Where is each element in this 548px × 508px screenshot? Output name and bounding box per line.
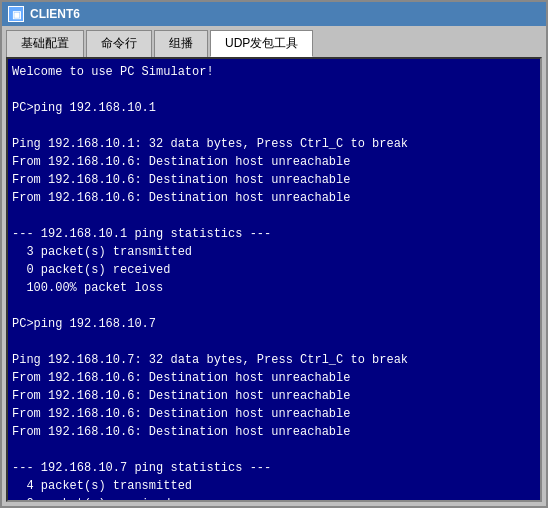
window-title: CLIENT6	[30, 7, 80, 21]
tab-multicast[interactable]: 组播	[154, 30, 208, 57]
terminal-area[interactable]: Welcome to use PC Simulator! PC>ping 192…	[6, 57, 542, 502]
tab-udp-tool[interactable]: UDP发包工具	[210, 30, 313, 57]
main-window: ▣ CLIENT6 基础配置 命令行 组播 UDP发包工具 Welcome to…	[0, 0, 548, 508]
window-icon: ▣	[8, 6, 24, 22]
title-bar: ▣ CLIENT6	[2, 2, 546, 26]
tab-bar: 基础配置 命令行 组播 UDP发包工具	[2, 26, 546, 57]
tab-command-line[interactable]: 命令行	[86, 30, 152, 57]
tab-basic-config[interactable]: 基础配置	[6, 30, 84, 57]
terminal-output: Welcome to use PC Simulator! PC>ping 192…	[12, 63, 536, 502]
